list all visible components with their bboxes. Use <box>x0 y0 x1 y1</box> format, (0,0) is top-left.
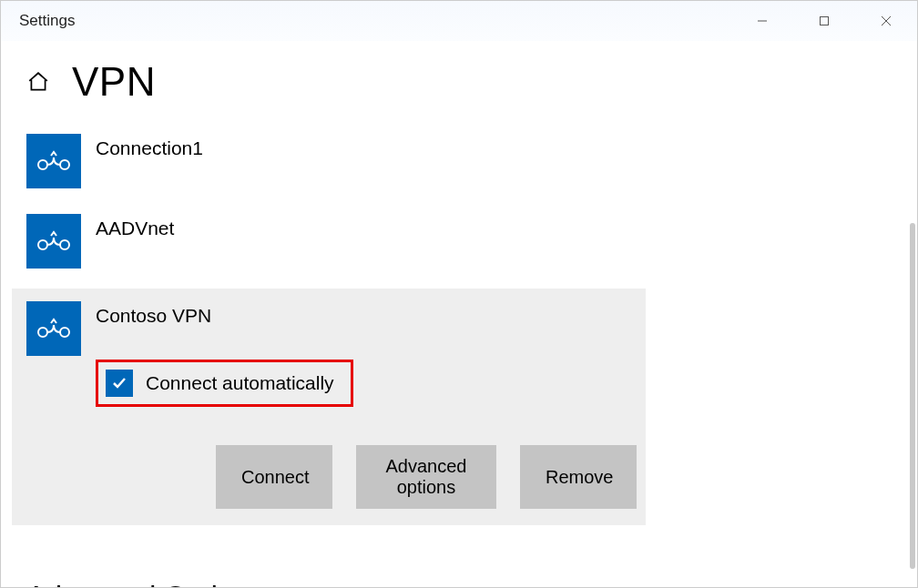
home-icon[interactable] <box>26 70 50 94</box>
svg-rect-1 <box>821 17 829 25</box>
vpn-item[interactable]: AADVnet <box>26 208 646 289</box>
vpn-icon <box>26 301 81 356</box>
vpn-item[interactable]: Connection1 <box>26 128 646 208</box>
vpn-actions: Connect Advanced options Remove <box>96 445 637 509</box>
vpn-list: Connection1 AADVnet <box>26 128 646 525</box>
page-title: VPN <box>72 59 156 105</box>
vpn-item-body: Connection1 <box>81 134 646 159</box>
close-button[interactable] <box>855 1 917 41</box>
vpn-item-name: AADVnet <box>96 214 646 239</box>
svg-point-6 <box>38 240 47 249</box>
svg-point-9 <box>60 328 69 337</box>
content-area: Connection1 AADVnet <box>1 128 917 588</box>
svg-point-8 <box>38 328 47 337</box>
scrollbar[interactable] <box>910 223 915 569</box>
advanced-options-heading: Advanced Options <box>26 580 892 588</box>
svg-point-5 <box>60 160 69 169</box>
close-icon <box>881 15 892 26</box>
window-controls <box>731 1 917 41</box>
svg-point-4 <box>38 160 47 169</box>
minimize-icon <box>757 15 768 26</box>
vpn-icon <box>26 134 81 188</box>
minimize-button[interactable] <box>731 1 793 41</box>
svg-point-7 <box>60 240 69 249</box>
vpn-item-body: AADVnet <box>81 214 646 239</box>
vpn-icon <box>26 214 81 269</box>
vpn-item-name: Contoso VPN <box>96 301 637 327</box>
connect-automatically-checkbox[interactable] <box>106 370 133 397</box>
connect-automatically-label: Connect automatically <box>146 372 334 394</box>
connect-button[interactable]: Connect <box>216 445 332 509</box>
checkmark-icon <box>110 374 128 392</box>
advanced-options-button[interactable]: Advanced options <box>356 445 496 509</box>
page-header: VPN <box>1 41 917 128</box>
titlebar: Settings <box>1 1 917 41</box>
vpn-item-selected[interactable]: Contoso VPN Connect automatically Connec… <box>12 289 646 525</box>
connect-automatically-row: Connect automatically <box>96 360 353 407</box>
vpn-item-body: Contoso VPN Connect automatically Connec… <box>81 301 637 509</box>
maximize-icon <box>819 15 830 26</box>
remove-button[interactable]: Remove <box>520 445 637 509</box>
window-title: Settings <box>1 12 75 30</box>
vpn-item-name: Connection1 <box>96 134 646 159</box>
maximize-button[interactable] <box>793 1 855 41</box>
